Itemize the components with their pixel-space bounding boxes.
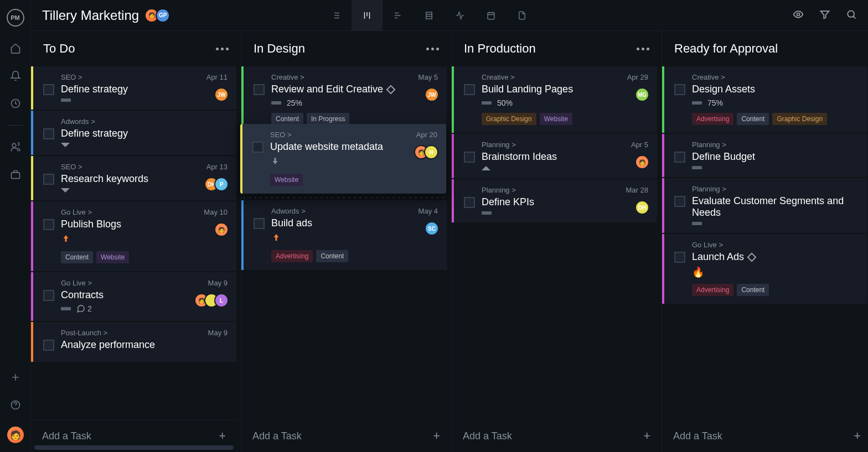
tag[interactable]: Content bbox=[737, 113, 769, 125]
tag[interactable]: Advertising bbox=[692, 113, 733, 125]
task-card[interactable]: Creative > Build Landing Pages 50% Graph… bbox=[452, 66, 657, 133]
tag[interactable]: Graphic Design bbox=[482, 113, 536, 125]
card-category[interactable]: Adwords > bbox=[271, 207, 437, 215]
task-checkbox[interactable] bbox=[43, 219, 54, 230]
task-checkbox[interactable] bbox=[43, 174, 54, 185]
card-category[interactable]: SEO > bbox=[270, 131, 436, 139]
task-checkbox[interactable] bbox=[43, 290, 54, 301]
task-card[interactable]: Go Live > Publish Blogs ContentWebsite M… bbox=[31, 201, 236, 271]
calendar-view-tab[interactable] bbox=[476, 0, 507, 31]
task-card[interactable]: Go Live > Contracts 2 May 9 🧑L bbox=[31, 272, 236, 321]
column-menu-icon[interactable] bbox=[216, 48, 229, 50]
card-category[interactable]: Planning > bbox=[482, 186, 647, 194]
card-category[interactable]: Creative > bbox=[482, 73, 647, 81]
task-checkbox[interactable] bbox=[43, 340, 54, 351]
assignee-avatar[interactable]: JW bbox=[425, 87, 439, 102]
search-icon[interactable] bbox=[846, 9, 857, 22]
task-checkbox[interactable] bbox=[254, 218, 265, 229]
files-view-tab[interactable] bbox=[507, 0, 538, 31]
tag[interactable]: Advertising bbox=[692, 284, 733, 296]
card-category[interactable]: SEO > bbox=[61, 163, 226, 171]
tag[interactable]: Website bbox=[540, 113, 572, 125]
card-category[interactable]: Go Live > bbox=[61, 279, 226, 287]
clock-icon[interactable] bbox=[9, 97, 22, 110]
activity-view-tab[interactable] bbox=[445, 0, 476, 31]
card-category[interactable]: Go Live > bbox=[61, 208, 226, 216]
task-checkbox[interactable] bbox=[464, 197, 475, 208]
user-avatar[interactable]: 🧑 bbox=[7, 427, 24, 443]
task-checkbox[interactable] bbox=[674, 152, 685, 163]
task-card[interactable]: Planning > Define KPIs Mar 28 DH bbox=[452, 179, 657, 222]
task-card[interactable]: Planning > Brainstorm Ideas Apr 5 🧑 bbox=[452, 134, 657, 178]
task-card[interactable]: SEO > Define strategy Apr 11 JW bbox=[31, 66, 236, 110]
tag[interactable]: Website bbox=[270, 174, 303, 186]
plus-icon[interactable] bbox=[9, 371, 22, 383]
column-menu-icon[interactable] bbox=[637, 48, 649, 50]
assignee-avatar[interactable]: L bbox=[214, 293, 229, 308]
card-category[interactable]: Creative > bbox=[271, 73, 437, 81]
task-checkbox[interactable] bbox=[674, 252, 685, 263]
app-logo[interactable]: PM bbox=[7, 9, 24, 27]
task-checkbox[interactable] bbox=[43, 128, 54, 139]
task-checkbox[interactable] bbox=[252, 142, 264, 153]
task-checkbox[interactable] bbox=[43, 84, 54, 95]
users-icon[interactable] bbox=[9, 141, 22, 153]
tag[interactable]: In Progress bbox=[307, 113, 349, 125]
eye-icon[interactable] bbox=[793, 9, 804, 22]
assignee-avatar[interactable]: 🧑 bbox=[214, 222, 229, 237]
assignee-avatar[interactable]: P bbox=[214, 177, 229, 191]
card-category[interactable]: Post-Launch > bbox=[61, 329, 226, 337]
card-category[interactable]: Go Live > bbox=[692, 241, 857, 249]
briefcase-icon[interactable] bbox=[9, 169, 22, 181]
bell-icon[interactable] bbox=[9, 70, 22, 82]
card-category[interactable]: Planning > bbox=[692, 141, 857, 149]
assignee-avatar[interactable]: SC bbox=[425, 221, 439, 236]
task-card[interactable]: Planning > Evaluate Customer Segments an… bbox=[662, 178, 867, 233]
home-icon[interactable] bbox=[9, 42, 22, 54]
tag[interactable]: Graphic Design bbox=[772, 113, 827, 125]
card-category[interactable]: Planning > bbox=[482, 141, 647, 149]
task-card[interactable]: Adwords > Define strategy bbox=[31, 111, 236, 155]
project-members[interactable]: 🧑 GP bbox=[148, 8, 170, 23]
add-task-button[interactable]: Add a Task + bbox=[241, 420, 451, 452]
member-avatar[interactable]: GP bbox=[156, 8, 170, 23]
assignee-avatar[interactable]: H bbox=[424, 145, 438, 159]
task-checkbox[interactable] bbox=[254, 84, 265, 95]
dragging-task-card[interactable]: SEO > Update website metadata Website Ap… bbox=[240, 124, 446, 194]
task-card[interactable]: Go Live > Launch Ads 🔥 AdvertisingConten… bbox=[662, 234, 867, 304]
assignee-avatar[interactable]: DH bbox=[635, 200, 649, 215]
horizontal-scrollbar[interactable] bbox=[34, 445, 234, 450]
tag[interactable]: Content bbox=[737, 284, 769, 296]
sheet-view-tab[interactable] bbox=[414, 0, 445, 31]
board-view-tab[interactable] bbox=[352, 0, 383, 31]
task-card[interactable]: Post-Launch > Analyze performance May 9 bbox=[31, 322, 236, 362]
card-category[interactable]: Creative > bbox=[692, 73, 857, 81]
card-category[interactable]: Adwords > bbox=[61, 117, 226, 126]
task-card[interactable]: SEO > Research keywords Apr 13 DHP bbox=[31, 156, 236, 200]
assignee-avatar[interactable]: 🧑 bbox=[635, 155, 649, 169]
task-checkbox[interactable] bbox=[674, 84, 685, 95]
task-checkbox[interactable] bbox=[674, 196, 685, 207]
filter-icon[interactable] bbox=[819, 9, 830, 22]
task-card[interactable]: Creative > Review and Edit Creative 25% … bbox=[241, 66, 447, 127]
card-category[interactable]: SEO > bbox=[61, 73, 226, 81]
tag[interactable]: Advertising bbox=[271, 250, 313, 262]
help-icon[interactable] bbox=[9, 399, 22, 411]
task-card[interactable]: Creative > Design Assets 75% Advertising… bbox=[662, 66, 867, 133]
assignee-avatar[interactable]: MG bbox=[635, 87, 649, 102]
tag[interactable]: Website bbox=[96, 251, 129, 263]
assignee-avatar[interactable]: JW bbox=[214, 87, 229, 102]
comments-count[interactable]: 2 bbox=[76, 304, 92, 313]
gantt-view-tab[interactable] bbox=[383, 0, 414, 31]
column-menu-icon[interactable] bbox=[426, 48, 439, 50]
task-checkbox[interactable] bbox=[464, 152, 475, 163]
tag[interactable]: Content bbox=[271, 113, 303, 125]
list-view-tab[interactable] bbox=[321, 0, 352, 31]
add-task-button[interactable]: Add a Task + bbox=[662, 420, 868, 452]
task-card[interactable]: Planning > Define Budget bbox=[662, 134, 867, 177]
tag[interactable]: Content bbox=[61, 251, 93, 263]
card-category[interactable]: Planning > bbox=[692, 185, 857, 193]
add-task-button[interactable]: Add a Task + bbox=[452, 420, 662, 452]
task-checkbox[interactable] bbox=[464, 84, 475, 95]
task-card[interactable]: Adwords > Build ads AdvertisingContent M… bbox=[241, 200, 447, 270]
